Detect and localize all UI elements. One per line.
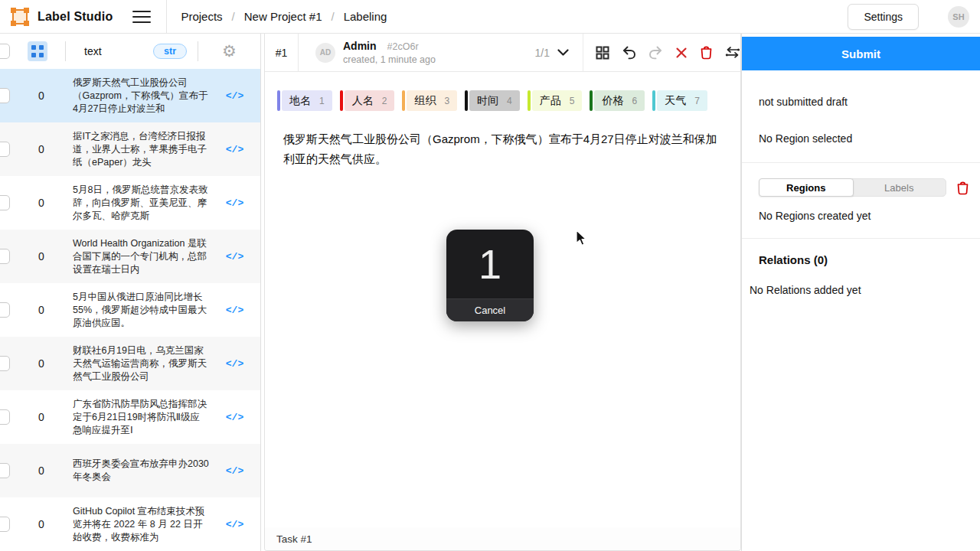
annotation-count: 0 [10,90,73,102]
task-footer-label: Task #1 [276,533,312,545]
undo-icon[interactable] [622,45,636,60]
hotkey-cancel-button[interactable]: Cancel [446,298,534,321]
breadcrumb-project-name[interactable]: New Project #1 [244,10,322,23]
annotation-count: 0 [10,197,73,209]
task-row[interactable]: 0 据IT之家消息，台湾经济日报报道，业界人士称，苹果携手电子纸（ePaper）… [0,122,260,176]
task-list-sidebar: text str ⚙ 0 俄罗斯天然气工业股份公司（Gazprom，下称俄气）宣… [0,34,261,551]
task-row-checkbox[interactable] [0,249,10,264]
annotation-header: #1 AD Admin #2cO6r created, 1 minute ago… [265,34,740,72]
task-row[interactable]: 0 GitHub Copilot 宣布结束技术预览并将在 2022 年 8 月 … [0,497,260,551]
breadcrumb-separator: / [331,10,334,23]
regions-empty-message: No Regions created yet [759,210,980,222]
view-all-grid-icon[interactable] [596,46,609,60]
label-color-bar [402,90,405,111]
app-logo-wrap: Label Studio [0,7,113,27]
task-text-preview[interactable]: 西班牙奥委会宣布放弃申办2030年冬奥会 [73,458,209,484]
label-tag[interactable]: 人名 2 [340,90,395,111]
label-hotkey: 5 [570,96,575,106]
label-name: 天气 [665,94,686,108]
task-text-preview[interactable]: 5月8日，俄罗斯总统普京发表致辞，向白俄罗斯、亚美尼亚、摩尔多瓦、哈萨克斯 [73,184,209,223]
delete-regions-trash-icon[interactable] [956,181,969,195]
task-row[interactable]: 0 World Health Organization 是联合国下属的一个专门机… [0,230,260,283]
select-all-checkbox[interactable] [0,44,10,59]
task-row-checkbox[interactable] [0,195,10,210]
label-tag[interactable]: 组织 3 [402,90,457,111]
task-text-preview[interactable]: World Health Organization 是联合国下属的一个专门机构，… [73,237,209,276]
task-row-checkbox[interactable] [0,88,10,103]
annotation-count: 0 [10,465,73,477]
label-color-bar [652,90,655,111]
task-row-checkbox[interactable] [0,517,10,532]
tab-labels[interactable]: Labels [853,179,946,196]
annotation-count: 0 [10,357,73,370]
task-row-checkbox[interactable] [0,142,10,157]
label-color-bar [465,90,468,111]
task-row-checkbox[interactable] [0,409,10,425]
code-icon: </> [226,305,243,316]
label-tag[interactable]: 时间 4 [465,90,520,111]
code-icon: </> [226,197,243,209]
annotation-count: 0 [10,143,73,155]
redo-icon[interactable] [648,45,663,60]
settings-button[interactable]: Settings [848,4,919,30]
label-tags-row: 地名 1 人名 2 [277,90,725,111]
region-selected-status: No Region selected [759,132,980,145]
label-tag[interactable]: 价格 6 [590,90,645,111]
regions-labels-tabs: Regions Labels [759,178,946,197]
task-row[interactable]: 0 俄罗斯天然气工业股份公司（Gazprom，下称俄气）宣布于4月27日停止对波… [0,69,260,122]
label-name: 价格 [602,94,623,108]
label-color-bar [277,90,280,111]
task-list: 0 俄罗斯天然气工业股份公司（Gazprom，下称俄气）宣布于4月27日停止对波… [0,69,260,551]
task-text-preview[interactable]: GitHub Copilot 宣布结束技术预览并将在 2022 年 8 月 22… [73,505,209,544]
code-icon: </> [226,144,243,155]
label-tag[interactable]: 地名 1 [277,90,332,111]
label-color-bar [528,90,531,111]
submit-button[interactable]: Submit [742,37,980,70]
annotations-column-icon[interactable] [28,41,47,61]
label-name: 地名 [289,94,311,108]
annotator-name: Admin [343,40,377,53]
task-text-preview[interactable]: 广东省防汛防旱防风总指挥部决定于6月21日19时将防汛Ⅱ级应急响应提升至Ⅰ [73,398,209,437]
panel-divider [742,238,980,239]
label-tag[interactable]: 天气 7 [652,90,707,111]
breadcrumb-labeling[interactable]: Labeling [344,10,387,23]
task-row[interactable]: 0 西班牙奥委会宣布放弃申办2030年冬奥会 </> [0,444,260,497]
task-row[interactable]: 0 财联社6月19日电，乌克兰国家天然气运输运营商称，俄罗斯天然气工业股份公司 … [0,337,260,390]
panel-divider [742,162,980,163]
hamburger-menu-icon[interactable] [132,11,151,23]
label-tag[interactable]: 产品 5 [528,90,583,111]
breadcrumb-projects[interactable]: Projects [181,10,222,23]
task-row-checkbox[interactable] [0,356,10,371]
task-row[interactable]: 0 5月8日，俄罗斯总统普京发表致辞，向白俄罗斯、亚美尼亚、摩尔多瓦、哈萨克斯 … [0,176,260,230]
chevron-down-icon[interactable] [557,49,569,57]
document-text[interactable]: 俄罗斯天然气工业股份公司（Gazprom，下称俄气）宣布于4月27日停止对波兰和… [283,129,725,169]
task-row[interactable]: 0 5月中国从俄进口原油同比增长55%，俄罗斯超沙特成中国最大原油供应国。 </… [0,283,260,337]
delete-trash-icon[interactable] [700,45,713,60]
task-row[interactable]: 0 广东省防汛防旱防风总指挥部决定于6月21日19时将防汛Ⅱ级应急响应提升至Ⅰ … [0,390,260,444]
task-row-checkbox[interactable] [0,463,10,478]
task-text-preview[interactable]: 财联社6月19日电，乌克兰国家天然气运输运营商称，俄罗斯天然气工业股份公司 [73,344,209,383]
columns-settings-gear-icon[interactable]: ⚙ [222,44,237,60]
text-column-header[interactable]: text [84,45,102,57]
draft-status: not submitted draft [759,96,980,108]
reject-cross-icon[interactable] [675,47,688,59]
code-icon: </> [226,465,243,477]
settings-sliders-icon[interactable] [725,47,740,58]
task-text-preview[interactable]: 5月中国从俄进口原油同比增长55%，俄罗斯超沙特成中国最大原油供应国。 [73,291,209,330]
annotation-toolbar [583,45,740,60]
user-avatar[interactable]: SH [948,6,969,28]
relations-title: Relations (0) [759,253,980,266]
task-text-preview[interactable]: 俄罗斯天然气工业股份公司（Gazprom，下称俄气）宣布于4月27日停止对波兰和 [73,77,209,116]
label-color-bar [590,90,593,111]
label-studio-logo-icon [10,7,30,27]
annotation-count: 0 [10,411,73,423]
task-row-checkbox[interactable] [0,302,10,318]
tab-regions[interactable]: Regions [759,178,854,197]
task-text-preview[interactable]: 据IT之家消息，台湾经济日报报道，业界人士称，苹果携手电子纸（ePaper）龙头 [73,130,209,169]
label-name: 人名 [352,94,374,108]
annotation-count: 0 [10,518,73,530]
column-type-badge[interactable]: str [153,44,187,59]
code-icon: </> [226,90,243,102]
task-list-header: text str ⚙ [0,34,260,69]
hotkey-overlay: 1 Cancel [446,230,534,321]
